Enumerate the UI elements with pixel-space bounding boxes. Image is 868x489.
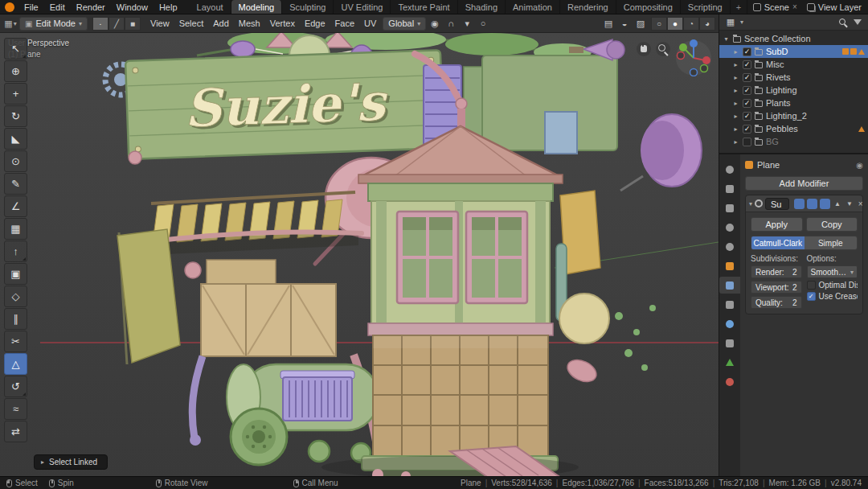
workspace-tab-sculpting[interactable]: Sculpting (282, 0, 334, 14)
render-display-toggle[interactable] (820, 199, 830, 209)
collection-checkbox[interactable]: ✓ (743, 60, 751, 69)
show-overlays-icon[interactable]: ◒ (617, 17, 632, 31)
spin-tool[interactable]: ↺ (4, 376, 27, 397)
expand-icon[interactable]: ▸ (732, 87, 739, 94)
workspace-tab-scripting[interactable]: Scripting (681, 0, 731, 14)
workspace-tab-layout[interactable]: Layout (190, 0, 231, 14)
wireframe-shading-button[interactable]: ○ (651, 17, 667, 31)
collapse-icon[interactable]: ▾ (749, 200, 752, 208)
quality-field[interactable]: Quality: 2 (751, 296, 802, 309)
menu-edit[interactable]: Edit (44, 2, 71, 12)
outliner-search-icon[interactable] (837, 17, 849, 28)
scene-collection-row[interactable]: ▾ Scene Collection (719, 32, 868, 45)
apply-button[interactable]: Apply (751, 217, 803, 232)
snap-magnet-icon[interactable]: ∩ (444, 17, 458, 31)
collection-checkbox[interactable] (743, 138, 751, 146)
menu-uv[interactable]: UV (359, 18, 381, 28)
workspace-tab-animation[interactable]: Animation (506, 0, 560, 14)
collection-checkbox[interactable]: ✓ (743, 86, 751, 95)
use-creases-checkbox[interactable]: ✓ Use Creases (807, 292, 858, 301)
output-properties-tab[interactable] (719, 180, 740, 197)
knife-tool[interactable]: ✂ (4, 331, 27, 352)
bevel-tool[interactable]: ◇ (4, 286, 27, 307)
add-modifier-dropdown[interactable]: Add Modifier (745, 176, 863, 191)
annotate-tool[interactable]: ✎ (4, 173, 27, 195)
workspace-tab-compositing[interactable]: Compositing (616, 0, 681, 14)
pivot-point-icon[interactable]: ◉ (428, 17, 442, 31)
catmull-clark-option[interactable]: Catmull-Clark (751, 236, 805, 249)
collection-checkbox[interactable]: ✓ (743, 125, 751, 134)
scene-properties-tab[interactable] (719, 219, 740, 236)
navigation-gizmo[interactable] (675, 39, 712, 76)
object-properties-tab[interactable] (719, 257, 740, 274)
object-data-properties-tab[interactable] (719, 354, 740, 371)
move-down-button[interactable]: ▼ (845, 200, 854, 208)
outliner-item-subd[interactable]: ▸ ✓ SubD (719, 45, 868, 58)
move-up-button[interactable]: ▲ (833, 200, 842, 208)
render-subdivisions-field[interactable]: Render: 2 (751, 265, 802, 278)
material-shading-button[interactable]: ◔ (683, 17, 699, 31)
extrude-region-tool[interactable]: ↑ (4, 240, 27, 262)
menu-render[interactable]: Render (71, 2, 111, 12)
expand-icon[interactable]: ▸ (732, 74, 739, 81)
menu-add[interactable]: Add (208, 18, 234, 28)
delete-modifier-icon[interactable]: × (857, 199, 865, 208)
face-select-mode-button[interactable]: ■ (125, 17, 141, 31)
3d-viewport[interactable]: Suzie's Suzie's (0, 33, 719, 476)
menu-help[interactable]: Help (154, 2, 183, 12)
smooth-tool[interactable]: ≈ (4, 398, 27, 420)
workspace-tab-rendering[interactable]: Rendering (560, 0, 616, 14)
collection-checkbox[interactable]: ✓ (743, 112, 751, 121)
render-properties-tab[interactable] (719, 161, 740, 178)
menu-window[interactable]: Window (111, 2, 154, 12)
optimal-display-checkbox[interactable]: Optimal Displ... (807, 281, 858, 290)
outliner-editor-icon[interactable]: ▦ (723, 15, 738, 29)
constraints-properties-tab[interactable] (719, 335, 740, 351)
viewport-subdivisions-field[interactable]: Viewport: 2 (751, 281, 802, 294)
pin-icon[interactable]: ◉ (856, 161, 863, 170)
mode-dropdown[interactable]: ▣ Edit Mode ▾ (19, 17, 88, 31)
material-properties-tab[interactable] (719, 373, 740, 390)
operator-panel[interactable]: ▸ Select Linked (34, 454, 108, 470)
view-layer-properties-tab[interactable] (719, 199, 740, 216)
expand-icon[interactable]: ▸ (732, 61, 739, 68)
vertex-select-mode-button[interactable]: ∙ (92, 17, 108, 31)
blender-logo-icon[interactable] (5, 2, 14, 12)
particles-properties-tab[interactable] (719, 296, 740, 313)
menu-face[interactable]: Face (330, 18, 359, 28)
copy-button[interactable]: Copy (806, 217, 858, 232)
editor-type-icon[interactable]: ▦ ▾ (3, 17, 18, 31)
inset-faces-tool[interactable]: ▣ (4, 263, 27, 285)
add-workspace-button[interactable]: + (731, 0, 747, 14)
expand-icon[interactable]: ▸ (732, 113, 739, 120)
outliner-item-bg[interactable]: ▸ BG (719, 135, 868, 148)
outliner-item-lighting-2[interactable]: ▸ ✓ Lighting_2 (719, 109, 868, 122)
workspace-tab-shading[interactable]: Shading (458, 0, 506, 14)
outliner-item-lighting[interactable]: ▸ ✓ Lighting (719, 84, 868, 97)
edge-select-mode-button[interactable]: ╱ (108, 17, 125, 31)
simple-option[interactable]: Simple (805, 236, 858, 249)
expand-icon[interactable]: ▸ (732, 125, 739, 133)
scale-tool[interactable]: ◣ (4, 128, 27, 150)
menu-select[interactable]: Select (174, 18, 209, 28)
expand-icon[interactable]: ▸ (732, 48, 739, 55)
collection-checkbox[interactable]: ✓ (743, 99, 751, 108)
expand-icon[interactable]: ▸ (732, 100, 739, 107)
orientation-dropdown[interactable]: Global ▾ (383, 17, 426, 31)
view-layer-selector[interactable]: View Layer (807, 2, 862, 12)
transform-tool[interactable]: ⊙ (4, 150, 27, 172)
modifier-properties-tab[interactable] (719, 277, 740, 294)
snap-options-icon[interactable]: ▾ (460, 17, 474, 31)
outliner-item-misc[interactable]: ▸ ✓ Misc (719, 58, 868, 71)
expand-icon[interactable]: ▸ (732, 138, 739, 146)
outliner-filter-icon[interactable] (854, 19, 862, 25)
outliner-item-plants[interactable]: ▸ ✓ Plants (719, 97, 868, 109)
collection-checkbox[interactable]: ✓ (743, 47, 751, 56)
zoom-view-icon[interactable] (656, 42, 670, 56)
menu-vertex[interactable]: Vertex (265, 18, 300, 28)
world-properties-tab[interactable] (719, 238, 740, 255)
cursor-tool[interactable]: ⊕ (4, 60, 27, 82)
workspace-tab-texture-paint[interactable]: Texture Paint (391, 0, 457, 14)
rotate-tool[interactable]: ↻ (4, 105, 27, 127)
unlink-scene-icon[interactable]: × (792, 2, 797, 11)
